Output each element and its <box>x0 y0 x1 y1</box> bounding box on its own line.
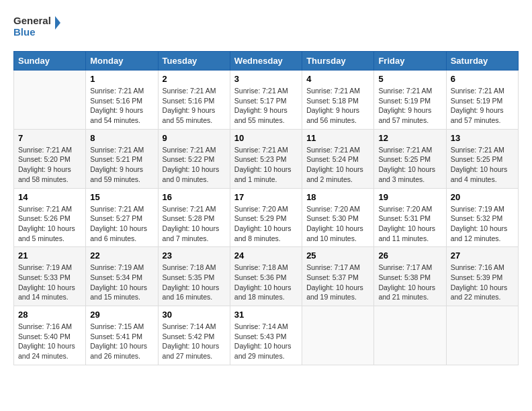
header-cell-saturday: Saturday <box>446 52 518 71</box>
logo-svg: General Blue <box>13 13 60 40</box>
calendar-cell: 31Sunrise: 7:14 AM Sunset: 5:43 PM Dayli… <box>230 306 302 365</box>
day-number: 29 <box>90 310 153 320</box>
day-info: Sunrise: 7:16 AM Sunset: 5:39 PM Dayligh… <box>451 263 514 302</box>
header-cell-sunday: Sunday <box>14 52 86 71</box>
calendar-cell: 29Sunrise: 7:15 AM Sunset: 5:41 PM Dayli… <box>86 306 158 365</box>
week-row-5: 28Sunrise: 7:16 AM Sunset: 5:40 PM Dayli… <box>14 306 519 365</box>
day-number: 12 <box>378 133 441 143</box>
day-info: Sunrise: 7:20 AM Sunset: 5:29 PM Dayligh… <box>234 204 298 244</box>
calendar-cell: 20Sunrise: 7:19 AM Sunset: 5:32 PM Dayli… <box>446 188 518 247</box>
day-number: 17 <box>234 192 298 202</box>
week-row-1: 1Sunrise: 7:21 AM Sunset: 5:16 PM Daylig… <box>14 71 519 130</box>
header-cell-tuesday: Tuesday <box>158 52 230 71</box>
day-number: 25 <box>306 250 369 261</box>
calendar-cell: 5Sunrise: 7:21 AM Sunset: 5:19 PM Daylig… <box>374 71 446 130</box>
day-info: Sunrise: 7:19 AM Sunset: 5:34 PM Dayligh… <box>90 263 153 302</box>
day-info: Sunrise: 7:17 AM Sunset: 5:38 PM Dayligh… <box>378 263 441 302</box>
day-info: Sunrise: 7:19 AM Sunset: 5:32 PM Dayligh… <box>451 204 514 244</box>
calendar-cell: 9Sunrise: 7:21 AM Sunset: 5:22 PM Daylig… <box>158 129 230 188</box>
day-number: 27 <box>451 250 514 261</box>
day-info: Sunrise: 7:21 AM Sunset: 5:27 PM Dayligh… <box>90 204 153 244</box>
calendar-cell: 22Sunrise: 7:19 AM Sunset: 5:34 PM Dayli… <box>86 247 158 306</box>
day-number: 28 <box>18 310 81 320</box>
svg-marker-2 <box>55 16 60 30</box>
day-info: Sunrise: 7:14 AM Sunset: 5:42 PM Dayligh… <box>163 322 226 361</box>
day-info: Sunrise: 7:21 AM Sunset: 5:26 PM Dayligh… <box>18 204 81 244</box>
day-info: Sunrise: 7:21 AM Sunset: 5:19 PM Dayligh… <box>378 86 441 126</box>
calendar-cell <box>374 306 446 365</box>
day-info: Sunrise: 7:21 AM Sunset: 5:17 PM Dayligh… <box>234 86 298 126</box>
day-number: 2 <box>163 74 226 84</box>
calendar-cell: 8Sunrise: 7:21 AM Sunset: 5:21 PM Daylig… <box>86 129 158 188</box>
calendar-cell: 24Sunrise: 7:18 AM Sunset: 5:36 PM Dayli… <box>230 247 302 306</box>
header: General Blue <box>13 13 519 40</box>
day-number: 21 <box>18 250 81 261</box>
logo: General Blue <box>13 13 60 40</box>
calendar-cell: 7Sunrise: 7:21 AM Sunset: 5:20 PM Daylig… <box>14 129 86 188</box>
day-number: 22 <box>90 250 153 261</box>
day-number: 23 <box>163 250 226 261</box>
calendar-cell: 27Sunrise: 7:16 AM Sunset: 5:39 PM Dayli… <box>446 247 518 306</box>
day-info: Sunrise: 7:21 AM Sunset: 5:23 PM Dayligh… <box>234 145 298 185</box>
day-info: Sunrise: 7:14 AM Sunset: 5:43 PM Dayligh… <box>234 322 298 361</box>
calendar-table: SundayMondayTuesdayWednesdayThursdayFrid… <box>13 51 519 365</box>
calendar-cell: 18Sunrise: 7:20 AM Sunset: 5:30 PM Dayli… <box>302 188 374 247</box>
calendar-cell: 25Sunrise: 7:17 AM Sunset: 5:37 PM Dayli… <box>302 247 374 306</box>
calendar-cell: 15Sunrise: 7:21 AM Sunset: 5:27 PM Dayli… <box>86 188 158 247</box>
day-number: 18 <box>306 192 369 202</box>
day-number: 13 <box>451 133 514 143</box>
day-info: Sunrise: 7:18 AM Sunset: 5:36 PM Dayligh… <box>234 263 298 302</box>
calendar-cell: 14Sunrise: 7:21 AM Sunset: 5:26 PM Dayli… <box>14 188 86 247</box>
calendar-cell: 1Sunrise: 7:21 AM Sunset: 5:16 PM Daylig… <box>86 71 158 130</box>
header-cell-thursday: Thursday <box>302 52 374 71</box>
week-row-4: 21Sunrise: 7:19 AM Sunset: 5:33 PM Dayli… <box>14 247 519 306</box>
calendar-cell: 28Sunrise: 7:16 AM Sunset: 5:40 PM Dayli… <box>14 306 86 365</box>
week-row-3: 14Sunrise: 7:21 AM Sunset: 5:26 PM Dayli… <box>14 188 519 247</box>
day-number: 19 <box>378 192 441 202</box>
day-number: 7 <box>18 133 81 143</box>
day-info: Sunrise: 7:21 AM Sunset: 5:22 PM Dayligh… <box>163 145 226 185</box>
calendar-cell: 26Sunrise: 7:17 AM Sunset: 5:38 PM Dayli… <box>374 247 446 306</box>
calendar-cell: 30Sunrise: 7:14 AM Sunset: 5:42 PM Dayli… <box>158 306 230 365</box>
calendar-cell: 3Sunrise: 7:21 AM Sunset: 5:17 PM Daylig… <box>230 71 302 130</box>
day-number: 30 <box>163 310 226 320</box>
calendar-cell <box>446 306 518 365</box>
day-number: 4 <box>306 74 369 84</box>
day-number: 26 <box>378 250 441 261</box>
day-info: Sunrise: 7:20 AM Sunset: 5:31 PM Dayligh… <box>378 204 441 244</box>
day-number: 5 <box>378 74 441 84</box>
calendar-cell: 11Sunrise: 7:21 AM Sunset: 5:24 PM Dayli… <box>302 129 374 188</box>
day-info: Sunrise: 7:21 AM Sunset: 5:18 PM Dayligh… <box>306 86 369 126</box>
calendar-cell: 4Sunrise: 7:21 AM Sunset: 5:18 PM Daylig… <box>302 71 374 130</box>
header-row: SundayMondayTuesdayWednesdayThursdayFrid… <box>14 52 519 71</box>
day-info: Sunrise: 7:16 AM Sunset: 5:40 PM Dayligh… <box>18 322 81 361</box>
day-info: Sunrise: 7:21 AM Sunset: 5:16 PM Dayligh… <box>163 86 226 126</box>
day-info: Sunrise: 7:21 AM Sunset: 5:28 PM Dayligh… <box>163 204 226 244</box>
calendar-cell: 10Sunrise: 7:21 AM Sunset: 5:23 PM Dayli… <box>230 129 302 188</box>
calendar-cell: 16Sunrise: 7:21 AM Sunset: 5:28 PM Dayli… <box>158 188 230 247</box>
day-info: Sunrise: 7:21 AM Sunset: 5:25 PM Dayligh… <box>378 145 441 185</box>
calendar-cell: 6Sunrise: 7:21 AM Sunset: 5:19 PM Daylig… <box>446 71 518 130</box>
day-number: 8 <box>90 133 153 143</box>
week-row-2: 7Sunrise: 7:21 AM Sunset: 5:20 PM Daylig… <box>14 129 519 188</box>
day-info: Sunrise: 7:19 AM Sunset: 5:33 PM Dayligh… <box>18 263 81 302</box>
calendar-cell: 19Sunrise: 7:20 AM Sunset: 5:31 PM Dayli… <box>374 188 446 247</box>
day-number: 31 <box>234 310 298 320</box>
calendar-cell: 13Sunrise: 7:21 AM Sunset: 5:25 PM Dayli… <box>446 129 518 188</box>
calendar-cell: 23Sunrise: 7:18 AM Sunset: 5:35 PM Dayli… <box>158 247 230 306</box>
day-number: 14 <box>18 192 81 202</box>
calendar-cell: 17Sunrise: 7:20 AM Sunset: 5:29 PM Dayli… <box>230 188 302 247</box>
day-info: Sunrise: 7:18 AM Sunset: 5:35 PM Dayligh… <box>163 263 226 302</box>
day-number: 20 <box>451 192 514 202</box>
day-number: 16 <box>163 192 226 202</box>
day-number: 6 <box>451 74 514 84</box>
svg-text:Blue: Blue <box>13 26 36 38</box>
day-info: Sunrise: 7:15 AM Sunset: 5:41 PM Dayligh… <box>90 322 153 361</box>
day-info: Sunrise: 7:17 AM Sunset: 5:37 PM Dayligh… <box>306 263 369 302</box>
calendar-cell: 2Sunrise: 7:21 AM Sunset: 5:16 PM Daylig… <box>158 71 230 130</box>
day-number: 24 <box>234 250 298 261</box>
day-number: 3 <box>234 74 298 84</box>
header-cell-friday: Friday <box>374 52 446 71</box>
header-cell-monday: Monday <box>86 52 158 71</box>
header-cell-wednesday: Wednesday <box>230 52 302 71</box>
